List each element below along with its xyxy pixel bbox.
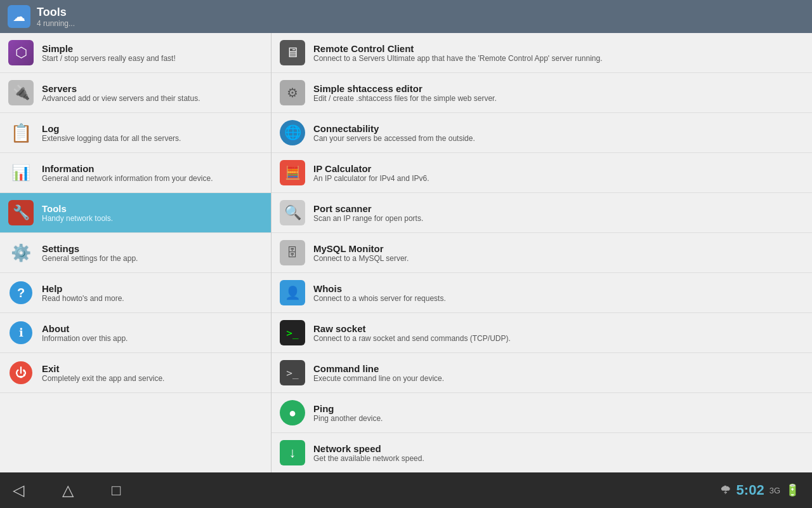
exit-desc: Completely exit the app and service. (42, 374, 164, 383)
about-desc: Information over this app. (42, 334, 128, 343)
ip-calculator-desc: An IP calculator for IPv4 and IPv6. (313, 174, 429, 183)
tools-text: Tools Handy network tools. (42, 203, 113, 223)
information-desc: General and network information from you… (42, 174, 213, 183)
help-icon: ? (8, 279, 34, 306)
sidebar-item-tools[interactable]: 🔧 Tools Handy network tools. (0, 193, 271, 233)
sidebar-item-servers[interactable]: 🔌 Servers Advanced add or view servers a… (0, 73, 271, 113)
list-item-mysql[interactable]: 🗄 MySQL Monitor Connect to a MySQL serve… (272, 233, 812, 273)
whois-text: Whois Connect to a whois server for requ… (313, 283, 446, 303)
ip-calculator-text: IP Calculator An IP calculator for IPv4 … (313, 163, 429, 183)
remote-control-desc: Connect to a Servers Ultimate app that h… (313, 54, 603, 63)
simple-text: Simple Start / stop servers really easy … (42, 43, 176, 63)
list-item-whois[interactable]: 👤 Whois Connect to a whois server for re… (272, 273, 812, 313)
connectability-title: Connectability (313, 123, 475, 134)
port-scanner-desc: Scan an IP range for open ports. (313, 214, 423, 223)
recent-button[interactable]: □ (112, 481, 121, 499)
ip-calculator-icon: 🧮 (279, 159, 306, 186)
clock: 5:02 (737, 482, 764, 498)
connectability-icon: 🌐 (279, 119, 306, 146)
tools-title: Tools (42, 203, 113, 214)
sidebar-item-about[interactable]: ℹ About Information over this app. (0, 313, 271, 353)
tools-desc: Handy network tools. (42, 214, 113, 223)
mysql-icon: 🗄 (279, 239, 306, 266)
servers-text: Servers Advanced add or view servers and… (42, 83, 200, 103)
remote-control-text: Remote Control Client Connect to a Serve… (313, 43, 603, 63)
whois-desc: Connect to a whois server for requests. (313, 294, 446, 303)
command-line-desc: Execute command line on your device. (313, 374, 444, 383)
remote-control-title: Remote Control Client (313, 43, 603, 54)
settings-text: Settings General settings for the app. (42, 243, 138, 263)
list-item-remote-control[interactable]: 🖥 Remote Control Client Connect to a Ser… (272, 33, 812, 73)
connectability-text: Connectability Can your servers be acces… (313, 123, 475, 143)
list-item-connectability[interactable]: 🌐 Connectability Can your servers be acc… (272, 113, 812, 153)
mysql-title: MySQL Monitor (313, 243, 409, 254)
app-name: Tools (37, 6, 75, 19)
help-title: Help (42, 283, 124, 294)
servers-desc: Advanced add or view servers and their s… (42, 94, 200, 103)
top-bar: ☁ Tools 4 running... (0, 0, 812, 33)
exit-text: Exit Completely exit the app and service… (42, 363, 164, 383)
settings-title: Settings (42, 243, 138, 254)
bottom-bar: ◁ △ □ 🌩 5:02 3G 🔋 (0, 472, 812, 508)
settings-icon: ⚙️ (8, 239, 34, 266)
shtaccess-desc: Edit / create .shtaccess files for the s… (313, 94, 497, 103)
list-item-raw-socket[interactable]: >_ Raw socket Connect to a raw socket an… (272, 313, 812, 353)
ping-icon: ● (279, 399, 306, 426)
mysql-desc: Connect to a MySQL server. (313, 254, 409, 263)
list-item-shtaccess[interactable]: ⚙ Simple shtaccess editor Edit / create … (272, 73, 812, 113)
signal-indicator: 3G (769, 486, 780, 495)
battery-icon: 🔋 (785, 483, 799, 497)
status-area: 🌩 5:02 3G 🔋 (720, 482, 799, 498)
command-line-title: Command line (313, 363, 444, 374)
raw-socket-title: Raw socket (313, 323, 511, 334)
servers-icon: 🔌 (8, 79, 34, 106)
port-scanner-title: Port scanner (313, 203, 423, 214)
port-scanner-text: Port scanner Scan an IP range for open p… (313, 203, 423, 223)
network-speed-icon: ↓ (279, 439, 306, 466)
home-button[interactable]: △ (62, 481, 74, 499)
connectability-desc: Can your servers be accessed from the ou… (313, 134, 475, 143)
raw-socket-text: Raw socket Connect to a raw socket and s… (313, 323, 511, 343)
notification-icon: 🌩 (720, 484, 731, 497)
shtaccess-text: Simple shtaccess editor Edit / create .s… (313, 83, 497, 103)
list-item-command-line[interactable]: >_ Command line Execute command line on … (272, 353, 812, 393)
log-title: Log (42, 123, 181, 134)
sidebar-item-information[interactable]: 📊 Information General and network inform… (0, 153, 271, 193)
back-button[interactable]: ◁ (13, 481, 24, 499)
sidebar-item-log[interactable]: 📋 Log Extensive logging data for all the… (0, 113, 271, 153)
information-text: Information General and network informat… (42, 163, 213, 183)
command-line-text: Command line Execute command line on you… (313, 363, 444, 383)
app-title: Tools 4 running... (37, 6, 75, 28)
ping-text: Ping Ping another device. (313, 403, 383, 423)
log-text: Log Extensive logging data for all the s… (42, 123, 181, 143)
ping-title: Ping (313, 403, 383, 414)
sidebar-item-exit[interactable]: ⏻ Exit Completely exit the app and servi… (0, 353, 271, 393)
sidebar-item-simple[interactable]: ⬡ Simple Start / stop servers really eas… (0, 33, 271, 73)
log-icon: 📋 (8, 119, 34, 146)
shtaccess-icon: ⚙ (279, 79, 306, 106)
list-item-network-speed[interactable]: ↓ Network speed Get the available networ… (272, 433, 812, 472)
command-line-icon: >_ (279, 359, 306, 386)
list-item-ip-calculator[interactable]: 🧮 IP Calculator An IP calculator for IPv… (272, 153, 812, 193)
simple-icon: ⬡ (8, 39, 34, 66)
ping-desc: Ping another device. (313, 414, 383, 423)
mysql-text: MySQL Monitor Connect to a MySQL server. (313, 243, 409, 263)
left-panel: ⬡ Simple Start / stop servers really eas… (0, 33, 272, 472)
network-speed-text: Network speed Get the available network … (313, 443, 424, 463)
servers-title: Servers (42, 83, 200, 94)
sidebar-item-help[interactable]: ? Help Read howto's and more. (0, 273, 271, 313)
app-subtitle: 4 running... (37, 19, 75, 28)
help-desc: Read howto's and more. (42, 294, 124, 303)
list-item-port-scanner[interactable]: 🔍 Port scanner Scan an IP range for open… (272, 193, 812, 233)
sidebar-item-settings[interactable]: ⚙️ Settings General settings for the app… (0, 233, 271, 273)
port-scanner-icon: 🔍 (279, 199, 306, 226)
list-item-ping[interactable]: ● Ping Ping another device. (272, 393, 812, 433)
tools-icon: 🔧 (8, 199, 34, 226)
information-title: Information (42, 163, 213, 174)
right-panel: 🖥 Remote Control Client Connect to a Ser… (272, 33, 812, 472)
remote-control-icon: 🖥 (279, 39, 306, 66)
simple-desc: Start / stop servers really easy and fas… (42, 54, 176, 63)
whois-icon: 👤 (279, 279, 306, 306)
app-icon: ☁ (8, 5, 30, 28)
about-icon: ℹ (8, 319, 34, 346)
